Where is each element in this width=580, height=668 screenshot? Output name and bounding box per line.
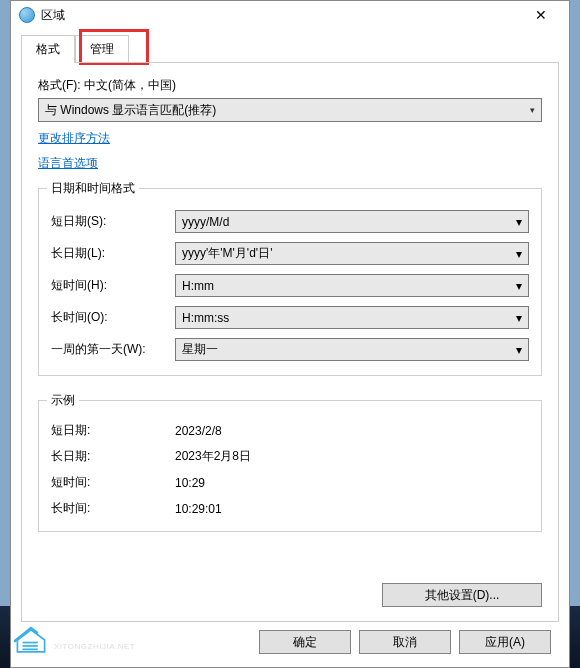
chevron-down-icon: ▾ <box>530 105 535 115</box>
ex-short-time-value: 10:29 <box>175 476 205 490</box>
ok-button[interactable]: 确定 <box>259 630 351 654</box>
link-lang-prefs[interactable]: 语言首选项 <box>38 155 98 172</box>
titlebar: 区域 ✕ <box>11 1 569 29</box>
short-time-label: 短时间(H): <box>51 277 175 294</box>
long-time-label: 长时间(O): <box>51 309 175 326</box>
ex-short-date-value: 2023/2/8 <box>175 424 222 438</box>
chevron-down-icon: ▾ <box>516 247 522 261</box>
ex-long-time-label: 长时间: <box>51 500 175 517</box>
chevron-down-icon: ▾ <box>516 279 522 293</box>
window-title: 区域 <box>41 7 521 24</box>
long-time-combo[interactable]: H:mm:ss ▾ <box>175 306 529 329</box>
tab-admin[interactable]: 管理 <box>75 35 129 63</box>
house-icon <box>14 626 48 654</box>
chevron-down-icon: ▾ <box>516 311 522 325</box>
tab-format[interactable]: 格式 <box>21 35 75 63</box>
first-day-label: 一周的第一天(W): <box>51 341 175 358</box>
link-sort-methods[interactable]: 更改排序方法 <box>38 130 110 147</box>
watermark-sub: XITONGZHIJIA.NET <box>54 643 135 652</box>
format-label: 格式(F): 中文(简体，中国) <box>38 77 542 94</box>
watermark-title: 系统之家 <box>54 628 135 643</box>
long-date-label: 长日期(L): <box>51 245 175 262</box>
datetime-group-legend: 日期和时间格式 <box>47 180 139 197</box>
close-button[interactable]: ✕ <box>521 3 561 27</box>
example-group: 示例 短日期: 2023/2/8 长日期: 2023年2月8日 短时间: 10:… <box>38 400 542 532</box>
short-time-combo[interactable]: H:mm ▾ <box>175 274 529 297</box>
chevron-down-icon: ▾ <box>516 343 522 357</box>
ex-short-time-label: 短时间: <box>51 474 175 491</box>
close-icon: ✕ <box>535 7 547 23</box>
region-dialog: 区域 ✕ 格式 管理 格式(F): 中文(简体，中国) 与 Windows 显示… <box>10 0 570 668</box>
tabstrip: 格式 管理 <box>11 29 569 63</box>
format-combo[interactable]: 与 Windows 显示语言匹配(推荐) ▾ <box>38 98 542 122</box>
short-date-label: 短日期(S): <box>51 213 175 230</box>
ex-long-date-label: 长日期: <box>51 448 175 465</box>
watermark: 系统之家 XITONGZHIJIA.NET <box>14 626 135 654</box>
chevron-down-icon: ▾ <box>516 215 522 229</box>
svg-rect-0 <box>23 642 38 644</box>
long-date-combo[interactable]: yyyy'年'M'月'd'日' ▾ <box>175 242 529 265</box>
other-settings-button[interactable]: 其他设置(D)... <box>382 583 542 607</box>
ex-long-time-value: 10:29:01 <box>175 502 222 516</box>
first-day-combo[interactable]: 星期一 ▾ <box>175 338 529 361</box>
short-date-combo[interactable]: yyyy/M/d ▾ <box>175 210 529 233</box>
ex-short-date-label: 短日期: <box>51 422 175 439</box>
globe-icon <box>19 7 35 23</box>
svg-rect-2 <box>23 649 38 651</box>
example-group-legend: 示例 <box>47 392 79 409</box>
datetime-format-group: 日期和时间格式 短日期(S): yyyy/M/d ▾ 长日期(L): yyyy'… <box>38 188 542 376</box>
svg-rect-1 <box>23 645 38 647</box>
ex-long-date-value: 2023年2月8日 <box>175 448 251 465</box>
cancel-button[interactable]: 取消 <box>359 630 451 654</box>
apply-button[interactable]: 应用(A) <box>459 630 551 654</box>
format-combo-value: 与 Windows 显示语言匹配(推荐) <box>45 102 216 119</box>
tab-page-format: 格式(F): 中文(简体，中国) 与 Windows 显示语言匹配(推荐) ▾ … <box>21 62 559 622</box>
